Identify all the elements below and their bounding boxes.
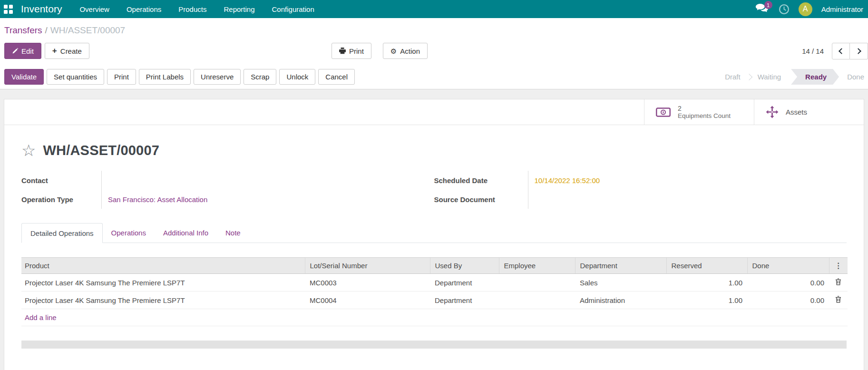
assets-smart-button[interactable]: Assets — [754, 99, 864, 125]
cell-product[interactable]: Projector Laser 4K Samsung The Premiere … — [21, 292, 305, 309]
scheduled-date-label: Scheduled Date — [434, 171, 528, 190]
state-ready[interactable]: Ready — [791, 69, 839, 85]
print-operation-button[interactable]: Print — [107, 69, 136, 85]
contact-label: Contact — [21, 171, 101, 190]
app-brand[interactable]: Inventory — [21, 3, 62, 15]
record-title: WH/ASSET/00007 — [43, 143, 159, 158]
clock-icon — [779, 4, 790, 15]
cell-used-by[interactable]: Department — [430, 292, 499, 309]
menu-reporting[interactable]: Reporting — [224, 5, 254, 13]
top-navbar: Inventory Overview Operations Products R… — [0, 0, 868, 18]
cell-done[interactable]: 0.00 — [747, 292, 829, 309]
col-reserved: Reserved — [666, 258, 747, 274]
breadcrumb-separator: / — [45, 25, 48, 35]
user-avatar[interactable]: A — [799, 2, 812, 16]
menu-overview[interactable]: Overview — [79, 5, 109, 13]
pager: 14 / 14 — [802, 43, 868, 59]
unreserve-button[interactable]: Unreserve — [194, 69, 241, 85]
menu-configuration[interactable]: Configuration — [272, 5, 314, 13]
action-button[interactable]: ⚙ Action — [383, 43, 428, 59]
apps-grid-icon[interactable] — [4, 5, 13, 14]
top-menu: Overview Operations Products Reporting C… — [79, 5, 314, 13]
smart-button-box: 2 Equipments Count Assets — [4, 99, 864, 125]
cell-product[interactable]: Projector Laser 4K Samsung The Premiere … — [21, 274, 305, 292]
col-employee: Employee — [499, 258, 575, 274]
state-waiting[interactable]: Waiting — [750, 69, 789, 85]
table-header-row: Product Lot/Serial Number Used By Employ… — [21, 258, 848, 274]
cell-reserved[interactable]: 1.00 — [666, 292, 747, 309]
create-button[interactable]: + Create — [45, 43, 89, 59]
table-row[interactable]: Projector Laser 4K Samsung The Premiere … — [21, 274, 848, 292]
print-labels-button[interactable]: Print Labels — [139, 69, 191, 85]
edit-button[interactable]: Edit — [4, 43, 41, 59]
cell-used-by[interactable]: Department — [430, 274, 499, 292]
delete-row-icon[interactable] — [835, 296, 841, 303]
col-lot-serial: Lot/Serial Number — [305, 258, 430, 274]
col-department: Department — [575, 258, 666, 274]
pencil-icon — [12, 48, 18, 54]
cell-employee[interactable] — [499, 274, 575, 292]
tab-operations[interactable]: Operations — [103, 223, 155, 243]
operation-type-label: Operation Type — [21, 190, 101, 209]
control-panel-buttons: Edit + Create Print ⚙ Action 14 / 14 — [0, 43, 868, 59]
messages-badge: 1 — [764, 1, 772, 9]
field-groups: Contact Operation Type San Francisco: As… — [21, 171, 847, 209]
cell-employee[interactable] — [499, 292, 575, 309]
form-sheet: 2 Equipments Count Assets ☆ WH/ASSET/000… — [4, 99, 864, 370]
cell-lot-serial[interactable]: MC0004 — [305, 292, 430, 309]
unlock-button[interactable]: Unlock — [279, 69, 315, 85]
pager-previous-button[interactable] — [832, 43, 850, 59]
form-view: 2 Equipments Count Assets ☆ WH/ASSET/000… — [0, 89, 868, 370]
menu-operations[interactable]: Operations — [127, 5, 161, 13]
statusbar: Validate Set quantities Print Print Labe… — [0, 65, 868, 89]
validate-button[interactable]: Validate — [4, 69, 44, 85]
col-used-by: Used By — [430, 258, 499, 274]
breadcrumb-transfers[interactable]: Transfers — [4, 25, 42, 35]
col-product: Product — [21, 258, 305, 274]
scheduled-date-value: 10/14/2022 16:52:00 — [528, 171, 847, 190]
control-panel: Transfers/WH/ASSET/00007 Edit + Create P… — [0, 18, 868, 65]
breadcrumb: Transfers/WH/ASSET/00007 — [4, 25, 868, 36]
contact-value — [101, 171, 434, 190]
navbar-right: 1 A Administrator — [755, 2, 863, 16]
scrap-button[interactable]: Scrap — [244, 69, 276, 85]
add-a-line-link[interactable]: Add a line — [21, 309, 848, 326]
footer-divider — [21, 341, 847, 349]
gear-icon: ⚙ — [390, 48, 397, 55]
chevron-right-icon — [855, 48, 861, 54]
messages-button[interactable]: 1 — [755, 3, 770, 15]
favorite-star-icon[interactable]: ☆ — [21, 142, 36, 158]
plus-icon: + — [52, 48, 57, 54]
cell-department[interactable]: Sales — [575, 274, 666, 292]
set-quantities-button[interactable]: Set quantities — [47, 69, 104, 85]
col-done: Done — [747, 258, 829, 274]
pager-next-button[interactable] — [850, 43, 868, 59]
cancel-button[interactable]: Cancel — [318, 69, 355, 85]
table-row[interactable]: Projector Laser 4K Samsung The Premiere … — [21, 292, 848, 309]
delete-row-icon[interactable] — [835, 278, 841, 285]
print-button[interactable]: Print — [332, 43, 371, 59]
tab-detailed-operations[interactable]: Detailed Operations — [21, 223, 103, 243]
tab-note[interactable]: Note — [217, 223, 249, 243]
state-done[interactable]: Done — [839, 69, 868, 85]
pager-text: 14 / 14 — [802, 47, 824, 55]
printer-icon — [339, 48, 346, 54]
activity-clock-button[interactable] — [779, 4, 790, 15]
cell-lot-serial[interactable]: MC0003 — [305, 274, 430, 292]
notebook-tabs: Detailed Operations Operations Additiona… — [21, 223, 847, 243]
chevron-left-icon — [839, 48, 845, 54]
tab-additional-info[interactable]: Additional Info — [155, 223, 217, 243]
menu-products[interactable]: Products — [178, 5, 206, 13]
banknote-icon — [656, 107, 671, 117]
cell-done[interactable]: 0.00 — [747, 274, 829, 292]
equipments-count-smart-button[interactable]: 2 Equipments Count — [644, 99, 754, 125]
cell-reserved[interactable]: 1.00 — [666, 274, 747, 292]
state-draft[interactable]: Draft — [717, 69, 749, 85]
user-menu[interactable]: Administrator — [821, 5, 863, 13]
move-arrows-icon — [766, 106, 779, 118]
equipments-count-label: Equipments Count — [678, 112, 731, 120]
operation-type-value[interactable]: San Francisco: Asset Allocation — [101, 190, 434, 209]
optional-columns-icon[interactable]: ⋮ — [835, 262, 842, 270]
cell-department[interactable]: Administration — [575, 292, 666, 309]
source-document-label: Source Document — [434, 190, 528, 209]
